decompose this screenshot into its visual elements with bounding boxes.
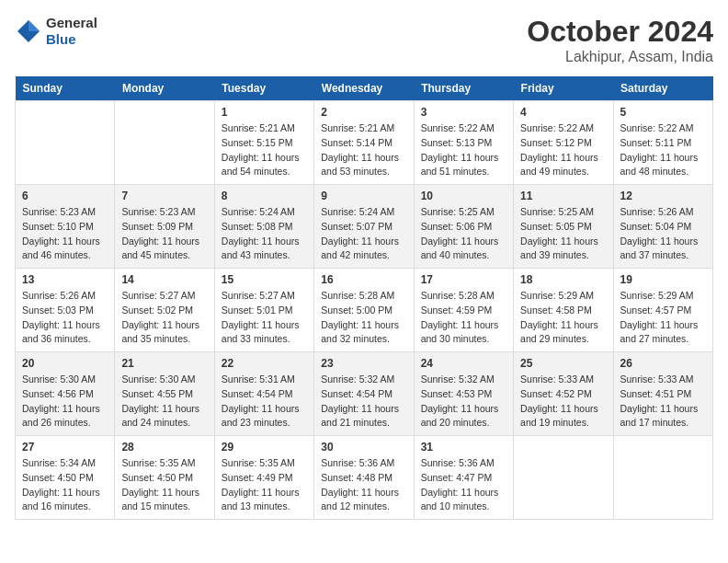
calendar-week-3: 13Sunrise: 5:26 AMSunset: 5:03 PMDayligh… [16,269,713,352]
day-number: 17 [421,273,506,286]
day-number: 22 [222,357,307,370]
day-detail: Sunrise: 5:36 AMSunset: 4:48 PMDaylight:… [321,456,406,514]
calendar-day [514,436,613,520]
calendar-day: 7Sunrise: 5:23 AMSunset: 5:09 PMDaylight… [115,185,214,269]
calendar-day: 1Sunrise: 5:21 AMSunset: 5:15 PMDaylight… [214,101,313,185]
calendar-day: 15Sunrise: 5:27 AMSunset: 5:01 PMDayligh… [214,269,313,352]
calendar-day: 13Sunrise: 5:26 AMSunset: 5:03 PMDayligh… [16,269,115,352]
calendar-day: 17Sunrise: 5:28 AMSunset: 4:59 PMDayligh… [414,269,513,352]
day-detail: Sunrise: 5:34 AMSunset: 4:50 PMDaylight:… [22,456,108,514]
day-detail: Sunrise: 5:32 AMSunset: 4:53 PMDaylight:… [421,373,506,431]
calendar-week-2: 6Sunrise: 5:23 AMSunset: 5:10 PMDaylight… [16,185,713,269]
calendar-day: 8Sunrise: 5:24 AMSunset: 5:08 PMDaylight… [214,185,313,269]
calendar-day: 31Sunrise: 5:36 AMSunset: 4:47 PMDayligh… [414,436,513,520]
day-number: 10 [421,190,506,202]
calendar-day: 3Sunrise: 5:22 AMSunset: 5:13 PMDaylight… [414,101,513,185]
calendar-day [16,101,115,185]
day-detail: Sunrise: 5:25 AMSunset: 5:06 PMDaylight:… [421,205,506,263]
day-number: 27 [22,441,108,454]
day-detail: Sunrise: 5:33 AMSunset: 4:52 PMDaylight:… [520,373,606,431]
col-saturday: Saturday [613,76,712,101]
calendar-day: 5Sunrise: 5:22 AMSunset: 5:11 PMDaylight… [613,101,712,185]
day-detail: Sunrise: 5:29 AMSunset: 4:58 PMDaylight:… [520,289,606,347]
calendar-day: 19Sunrise: 5:29 AMSunset: 4:57 PMDayligh… [613,269,712,352]
calendar-day: 11Sunrise: 5:25 AMSunset: 5:05 PMDayligh… [514,185,613,269]
calendar-day: 10Sunrise: 5:25 AMSunset: 5:06 PMDayligh… [414,185,513,269]
page-header: General Blue October 2024 Lakhipur, Assa… [15,15,713,65]
calendar-day [115,101,214,185]
day-number: 11 [520,190,606,202]
page-subtitle: Lakhipur, Assam, India [527,49,713,65]
day-number: 4 [520,106,606,119]
day-number: 3 [421,106,506,119]
day-detail: Sunrise: 5:30 AMSunset: 4:55 PMDaylight:… [121,373,207,431]
day-number: 26 [620,357,706,370]
logo: General Blue [15,15,97,48]
calendar-day: 16Sunrise: 5:28 AMSunset: 5:00 PMDayligh… [314,269,414,352]
day-number: 28 [121,441,207,454]
calendar-day: 4Sunrise: 5:22 AMSunset: 5:12 PMDaylight… [514,101,613,185]
day-number: 24 [421,357,506,370]
day-number: 30 [321,441,406,454]
day-detail: Sunrise: 5:26 AMSunset: 5:04 PMDaylight:… [620,205,706,263]
day-number: 14 [121,273,207,286]
col-wednesday: Wednesday [314,76,414,101]
day-detail: Sunrise: 5:30 AMSunset: 4:56 PMDaylight:… [22,373,108,431]
col-thursday: Thursday [414,76,513,101]
day-detail: Sunrise: 5:22 AMSunset: 5:11 PMDaylight:… [620,121,706,179]
day-number: 29 [222,441,307,454]
day-detail: Sunrise: 5:28 AMSunset: 4:59 PMDaylight:… [421,289,506,347]
calendar-day: 2Sunrise: 5:21 AMSunset: 5:14 PMDaylight… [314,101,414,185]
col-monday: Monday [115,76,214,101]
day-number: 19 [620,273,706,286]
day-detail: Sunrise: 5:22 AMSunset: 5:12 PMDaylight:… [520,121,606,179]
day-number: 9 [321,190,406,202]
day-number: 12 [620,190,706,202]
day-number: 18 [520,273,606,286]
day-detail: Sunrise: 5:21 AMSunset: 5:14 PMDaylight:… [321,121,406,179]
calendar-body: 1Sunrise: 5:21 AMSunset: 5:15 PMDaylight… [16,101,713,520]
col-friday: Friday [514,76,613,101]
day-detail: Sunrise: 5:31 AMSunset: 4:54 PMDaylight:… [222,373,307,431]
header-row: Sunday Monday Tuesday Wednesday Thursday… [16,76,713,101]
calendar-day: 22Sunrise: 5:31 AMSunset: 4:54 PMDayligh… [214,352,313,436]
day-detail: Sunrise: 5:22 AMSunset: 5:13 PMDaylight:… [421,121,506,179]
col-tuesday: Tuesday [214,76,313,101]
day-detail: Sunrise: 5:27 AMSunset: 5:02 PMDaylight:… [121,289,207,347]
day-number: 25 [520,357,606,370]
calendar-day [613,436,712,520]
day-detail: Sunrise: 5:24 AMSunset: 5:07 PMDaylight:… [321,205,406,263]
logo-text: General Blue [46,15,97,48]
day-number: 6 [22,190,108,202]
day-number: 2 [321,106,406,119]
day-detail: Sunrise: 5:25 AMSunset: 5:05 PMDaylight:… [520,205,606,263]
calendar-day: 20Sunrise: 5:30 AMSunset: 4:56 PMDayligh… [16,352,115,436]
calendar-week-4: 20Sunrise: 5:30 AMSunset: 4:56 PMDayligh… [16,352,713,436]
calendar-day: 29Sunrise: 5:35 AMSunset: 4:49 PMDayligh… [214,436,313,520]
calendar-day: 28Sunrise: 5:35 AMSunset: 4:50 PMDayligh… [115,436,214,520]
day-number: 7 [121,190,207,202]
day-detail: Sunrise: 5:27 AMSunset: 5:01 PMDaylight:… [222,289,307,347]
day-number: 20 [22,357,108,370]
calendar-day: 30Sunrise: 5:36 AMSunset: 4:48 PMDayligh… [314,436,414,520]
calendar-day: 14Sunrise: 5:27 AMSunset: 5:02 PMDayligh… [115,269,214,352]
calendar-day: 6Sunrise: 5:23 AMSunset: 5:10 PMDaylight… [16,185,115,269]
day-detail: Sunrise: 5:29 AMSunset: 4:57 PMDaylight:… [620,289,706,347]
calendar-day: 21Sunrise: 5:30 AMSunset: 4:55 PMDayligh… [115,352,214,436]
day-detail: Sunrise: 5:24 AMSunset: 5:08 PMDaylight:… [222,205,307,263]
day-detail: Sunrise: 5:33 AMSunset: 4:51 PMDaylight:… [620,373,706,431]
day-detail: Sunrise: 5:35 AMSunset: 4:49 PMDaylight:… [222,456,307,514]
calendar-day: 27Sunrise: 5:34 AMSunset: 4:50 PMDayligh… [16,436,115,520]
day-number: 23 [321,357,406,370]
col-sunday: Sunday [16,76,115,101]
calendar-table: Sunday Monday Tuesday Wednesday Thursday… [15,76,713,520]
calendar-day: 18Sunrise: 5:29 AMSunset: 4:58 PMDayligh… [514,269,613,352]
day-detail: Sunrise: 5:32 AMSunset: 4:54 PMDaylight:… [321,373,406,431]
day-detail: Sunrise: 5:36 AMSunset: 4:47 PMDaylight:… [421,456,506,514]
calendar-week-1: 1Sunrise: 5:21 AMSunset: 5:15 PMDaylight… [16,101,713,185]
day-number: 15 [222,273,307,286]
calendar-day: 25Sunrise: 5:33 AMSunset: 4:52 PMDayligh… [514,352,613,436]
calendar-week-5: 27Sunrise: 5:34 AMSunset: 4:50 PMDayligh… [16,436,713,520]
day-number: 21 [121,357,207,370]
calendar-day: 23Sunrise: 5:32 AMSunset: 4:54 PMDayligh… [314,352,414,436]
